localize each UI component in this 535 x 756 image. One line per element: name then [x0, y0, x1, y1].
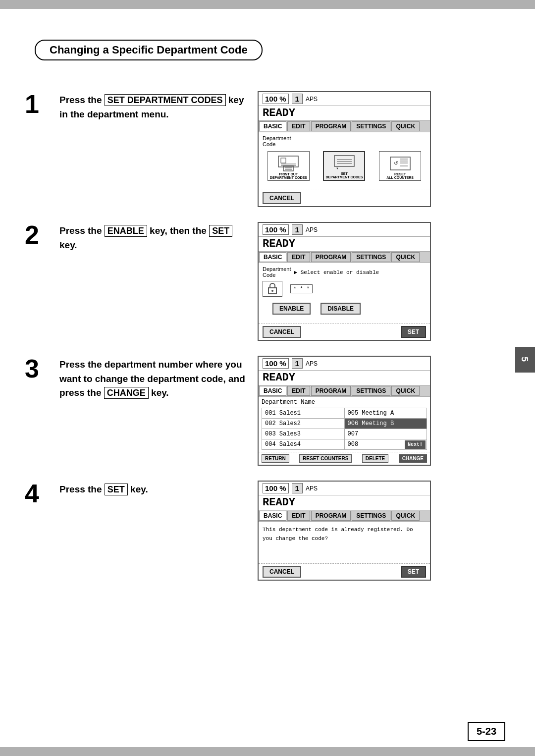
dept-table: 001 Sales1 005 Meeting A 002 Sales2 006 … — [262, 408, 427, 450]
print-out-label: PRINT OUTDEPARTMENT CODES — [270, 172, 307, 179]
screen-1: 100 % 1 APS READY BASIC EDIT PROGRAM SET… — [258, 91, 431, 207]
dept-name-label: Department Name — [262, 399, 427, 406]
screen-2-body: DepartmentCode ▶ Select enable or disabl… — [259, 263, 430, 322]
page-number: 5-23 — [468, 722, 505, 741]
set-btn-2[interactable]: SET — [401, 326, 426, 338]
tab-edit-4[interactable]: EDIT — [287, 511, 310, 521]
screen-4-status: 100 % 1 APS — [263, 483, 318, 493]
tab-edit-2[interactable]: EDIT — [287, 252, 310, 262]
table-row[interactable]: 003 Sales3 007 — [262, 429, 427, 439]
tab-basic-3[interactable]: BASIC — [259, 386, 286, 396]
tab-settings-1[interactable]: SETTINGS — [352, 121, 390, 131]
reset-counters-label: RESETALL COUNTERS — [386, 172, 414, 179]
tab-settings-2[interactable]: SETTINGS — [352, 252, 390, 262]
delete-btn[interactable]: DELETE — [362, 454, 388, 463]
svg-point-19 — [271, 290, 273, 292]
next-btn[interactable]: Next! — [405, 440, 426, 449]
dept-code-label-1: DepartmentCode — [263, 135, 426, 147]
aps-label-4: APS — [306, 485, 318, 492]
print-out-icon — [276, 155, 301, 172]
screen-3-footer: RETURN RESET COUNTERS DELETE CHANGE — [259, 452, 430, 465]
aps-label-2: APS — [306, 226, 318, 233]
cell-003: 003 Sales3 — [262, 429, 345, 439]
screen-1-tabs: BASIC EDIT PROGRAM SETTINGS QUICK — [259, 121, 430, 132]
change-btn[interactable]: CHANGE — [399, 454, 427, 463]
step-2-row: 2 Press the ENABLE key, then the SET key… — [25, 222, 510, 341]
step-2-number: 2 — [25, 222, 50, 248]
cell-005: 005 Meeting A — [344, 408, 427, 419]
enable-btn[interactable]: ENABLE — [272, 303, 311, 315]
screen-3-tabs: BASIC EDIT PROGRAM SETTINGS QUICK — [259, 385, 430, 397]
tab-basic-4[interactable]: BASIC — [259, 511, 286, 521]
tab-basic-1[interactable]: BASIC — [259, 121, 286, 131]
step-4-text: Press the SET key. — [59, 481, 248, 497]
step-1-text: Press the SET DEPARTMENT CODES key in th… — [59, 91, 248, 121]
table-row[interactable]: 004 Sales4 008 Next! — [262, 439, 427, 450]
tab-quick-2[interactable]: QUICK — [391, 252, 420, 262]
tab-edit-1[interactable]: EDIT — [287, 121, 310, 131]
top-bar — [0, 0, 535, 9]
cell-006: 006 Meeting B — [344, 419, 427, 429]
percent-box-2: 100 % — [263, 224, 289, 235]
tab-settings-4[interactable]: SETTINGS — [352, 511, 390, 521]
screen-4-footer: CANCEL SET — [259, 563, 430, 580]
step-3-text: Press the department number where you wa… — [59, 356, 248, 400]
cell-004: 004 Sales4 — [262, 439, 345, 450]
reset-counters-btn[interactable]: RESET COUNTERS — [299, 454, 352, 463]
screen-3-ready: READY — [259, 371, 430, 385]
disable-btn[interactable]: DISABLE — [321, 303, 361, 315]
print-out-icon-box[interactable]: PRINT OUTDEPARTMENT CODES — [268, 151, 310, 181]
tab-quick-3[interactable]: QUICK — [391, 386, 420, 396]
table-row[interactable]: 001 Sales1 005 Meeting A — [262, 408, 427, 419]
tab-program-2[interactable]: PROGRAM — [311, 252, 351, 262]
screen-2: 100 % 1 APS READY BASIC EDIT PROGRAM SET… — [258, 222, 431, 341]
dept-code-label-2: DepartmentCode — [263, 266, 291, 278]
step-1-row: 1 Press the SET DEPARTMENT CODES key in … — [25, 91, 510, 207]
tab-program-3[interactable]: PROGRAM — [311, 386, 351, 396]
tab-quick-4[interactable]: QUICK — [391, 511, 420, 521]
screen-2-footer: CANCEL SET — [259, 324, 430, 340]
step-4-number: 4 — [25, 481, 50, 506]
screen-3-body: Department Name 001 Sales1 005 Meeting A… — [259, 397, 430, 452]
tab-quick-1[interactable]: QUICK — [391, 121, 420, 131]
screen-3-status: 100 % 1 APS — [263, 358, 318, 369]
screen-4-top: 100 % 1 APS — [259, 482, 430, 495]
number-box-3: 1 — [292, 358, 303, 369]
cell-002: 002 Sales2 — [262, 419, 345, 429]
table-row[interactable]: 002 Sales2 006 Meeting B — [262, 419, 427, 429]
change-key: CHANGE — [104, 387, 149, 399]
tab-edit-3[interactable]: EDIT — [287, 386, 310, 396]
asterisks-display: * * * — [290, 284, 313, 293]
reset-counters-icon: ↺ — [388, 155, 413, 172]
screen-4: 100 % 1 APS READY BASIC EDIT PROGRAM SET… — [258, 481, 431, 581]
screen-1-status: 100 % 1 APS — [263, 94, 318, 104]
step-4-row: 4 Press the SET key. 100 % 1 APS READY B… — [25, 481, 510, 581]
cancel-btn-2[interactable]: CANCEL — [263, 326, 301, 338]
screen-2-tabs: BASIC EDIT PROGRAM SETTINGS QUICK — [259, 252, 430, 263]
screen-1-top: 100 % 1 APS — [259, 92, 430, 106]
tab-program-4[interactable]: PROGRAM — [311, 511, 351, 521]
set-key-4: SET — [105, 484, 128, 495]
number-box-1: 1 — [292, 94, 303, 104]
tab-settings-3[interactable]: SETTINGS — [352, 386, 390, 396]
number-box-2: 1 — [292, 224, 303, 235]
set-dept-icon-box[interactable]: ▼ SETDEPARTMENT CODES — [323, 151, 365, 181]
cancel-btn-4[interactable]: CANCEL — [263, 566, 301, 578]
screen-1-footer: CANCEL — [259, 190, 430, 206]
screen-1-body: DepartmentCode — [259, 132, 430, 188]
cell-007: 007 — [344, 429, 427, 439]
cancel-btn-1[interactable]: CANCEL — [263, 192, 301, 204]
percent-box-1: 100 % — [263, 94, 289, 104]
screen-3-top: 100 % 1 APS — [259, 357, 430, 371]
side-tab: 5 — [515, 347, 535, 373]
tab-program-1[interactable]: PROGRAM — [311, 121, 351, 131]
reset-counters-icon-box[interactable]: ↺ RESETALL COUNTERS — [379, 151, 421, 181]
screen-2-status: 100 % 1 APS — [263, 224, 318, 235]
screen-1-ready: READY — [259, 106, 430, 121]
screen-4-ready: READY — [259, 495, 430, 510]
set-dept-icon: ▼ — [332, 155, 357, 172]
tab-basic-2[interactable]: BASIC — [259, 252, 286, 262]
screen-4-message: This department code is already register… — [263, 526, 426, 543]
return-btn[interactable]: RETURN — [262, 454, 289, 463]
set-btn-4[interactable]: SET — [401, 566, 426, 578]
